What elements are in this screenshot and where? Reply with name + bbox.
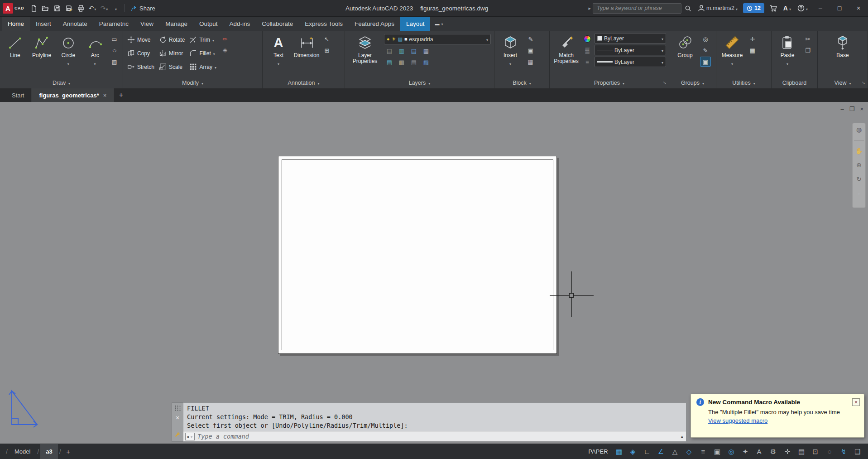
- file-tab-start[interactable]: Start: [5, 88, 32, 102]
- panel-label-modify[interactable]: Modify: [123, 77, 262, 88]
- selection-cycling-icon[interactable]: ▣: [710, 445, 724, 458]
- snap-mode-icon[interactable]: ◈: [626, 445, 640, 458]
- save-button[interactable]: [51, 2, 63, 14]
- quick-properties-icon[interactable]: ▤: [795, 445, 808, 458]
- array-tool[interactable]: Array: [188, 60, 218, 73]
- dropdown-caret-icon[interactable]: [94, 5, 96, 12]
- share-button[interactable]: Share: [127, 5, 159, 12]
- text-tool[interactable]: A Text: [265, 33, 292, 67]
- notification-close-icon[interactable]: ×: [852, 398, 860, 406]
- dimension-tool[interactable]: Dimension: [293, 33, 320, 58]
- command-window-grip[interactable]: ×: [172, 402, 183, 442]
- rotate-tool[interactable]: Rotate: [158, 33, 186, 46]
- layer-dropdown[interactable]: ●☀▤■ esquadria: [384, 34, 491, 44]
- id-point-icon[interactable]: ✛: [747, 34, 758, 44]
- layer-lock-icon[interactable]: ▦: [421, 46, 432, 56]
- rectangle-tool-icon[interactable]: ▭: [109, 34, 120, 44]
- new-layout-button[interactable]: +: [62, 444, 74, 459]
- autoscale-icon[interactable]: ✦: [739, 445, 752, 458]
- layer-match-icon[interactable]: ▥: [396, 57, 407, 67]
- orbit-icon[interactable]: ↻: [856, 175, 862, 183]
- undo-button[interactable]: ↶: [86, 2, 98, 14]
- chevron-right-icon[interactable]: ▸: [589, 5, 591, 11]
- tab-parametric[interactable]: Parametric: [93, 17, 134, 31]
- panel-label-utilities[interactable]: Utilities: [716, 77, 771, 88]
- layer-off-icon[interactable]: ▤: [384, 46, 395, 56]
- clean-screen-icon[interactable]: ❑: [851, 445, 864, 458]
- recent-commands-button[interactable]: ▸: [185, 433, 195, 440]
- leader-icon[interactable]: ↖: [321, 34, 332, 44]
- dropdown-caret-icon[interactable]: [786, 60, 788, 67]
- panel-label-properties[interactable]: Properties ↘: [550, 77, 669, 88]
- dropdown-caret-icon[interactable]: [212, 37, 214, 43]
- dropdown-caret-icon[interactable]: [213, 50, 215, 57]
- file-tab-drawing[interactable]: figuras_geometricas* ×: [32, 88, 114, 102]
- paste-button[interactable]: Paste: [774, 33, 801, 67]
- dropdown-caret-icon[interactable]: [215, 64, 216, 70]
- stretch-tool[interactable]: Stretch: [126, 60, 156, 73]
- dropdown-caret-icon[interactable]: [509, 60, 511, 67]
- polyline-tool[interactable]: Polyline: [29, 33, 54, 58]
- pan-icon[interactable]: ✋: [855, 147, 863, 155]
- list-icon[interactable]: ≡: [582, 57, 593, 67]
- layer-freeze-icon[interactable]: ▤: [408, 46, 419, 56]
- save-as-button[interactable]: [63, 2, 75, 14]
- group-selection-icon[interactable]: ▣: [700, 57, 711, 67]
- command-customize-icon[interactable]: [174, 431, 181, 439]
- help-button[interactable]: [794, 0, 811, 17]
- tab-layout[interactable]: Layout: [400, 17, 431, 31]
- dropdown-caret-icon[interactable]: [106, 5, 108, 12]
- circle-tool[interactable]: Circle: [56, 33, 81, 67]
- tab-express-tools[interactable]: Express Tools: [299, 17, 349, 31]
- polar-tracking-icon[interactable]: ∠: [654, 445, 668, 458]
- base-view-button[interactable]: Base: [830, 33, 856, 58]
- viewport-border[interactable]: [282, 159, 553, 350]
- account-menu[interactable]: m.martins2: [695, 0, 741, 17]
- line-tool[interactable]: Line: [3, 33, 28, 58]
- quick-access-customize-button[interactable]: [110, 2, 122, 14]
- trim-tool[interactable]: Trim: [188, 33, 218, 46]
- annotation-visibility-icon[interactable]: ◎: [724, 445, 738, 458]
- tab-output[interactable]: Output: [193, 17, 224, 31]
- tab-annotate[interactable]: Annotate: [57, 17, 93, 31]
- command-input[interactable]: [197, 433, 678, 440]
- tab-manage[interactable]: Manage: [159, 17, 193, 31]
- panel-label-view[interactable]: View ↘: [818, 77, 868, 88]
- tab-home[interactable]: Home: [2, 17, 30, 31]
- open-button[interactable]: [39, 2, 51, 14]
- new-drawing-button[interactable]: [28, 2, 39, 14]
- dropdown-caret-icon[interactable]: [67, 60, 69, 67]
- create-block-icon[interactable]: ▣: [525, 45, 536, 55]
- panel-dialog-launcher-icon[interactable]: ↘: [663, 80, 667, 85]
- redo-button[interactable]: ↷: [98, 2, 110, 14]
- tab-collaborate[interactable]: Collaborate: [256, 17, 299, 31]
- tab-insert[interactable]: Insert: [30, 17, 57, 31]
- block-editor-icon[interactable]: ▦: [525, 57, 536, 67]
- layout-tab-a3[interactable]: a3: [40, 444, 58, 459]
- isolate-objects-icon[interactable]: ◌: [823, 445, 836, 458]
- ribbon-options-button[interactable]: ▬: [430, 17, 447, 31]
- panel-label-layers[interactable]: Layers: [345, 77, 494, 88]
- fillet-tool[interactable]: Fillet: [188, 47, 218, 60]
- erase-icon[interactable]: ✏: [220, 34, 230, 44]
- copy-icon[interactable]: ❐: [802, 45, 813, 55]
- grid-icon[interactable]: ▦: [612, 445, 626, 458]
- command-close-icon[interactable]: ×: [176, 415, 179, 421]
- isodraft-icon[interactable]: △: [668, 445, 682, 458]
- view-suggested-macro-link[interactable]: View suggested macro: [708, 417, 767, 424]
- command-history-toggle[interactable]: ▴: [681, 434, 683, 440]
- copy-tool[interactable]: Copy: [126, 47, 156, 60]
- hatch-tool-icon[interactable]: ▨: [109, 57, 120, 67]
- plot-button[interactable]: [75, 2, 86, 14]
- quick-calculator-icon[interactable]: ▦: [747, 45, 758, 55]
- move-tool[interactable]: Move: [126, 33, 156, 46]
- panel-label-groups[interactable]: Groups: [669, 77, 716, 88]
- object-snap-icon[interactable]: ◇: [682, 445, 696, 458]
- panel-dialog-launcher-icon[interactable]: ↘: [862, 80, 865, 85]
- ungroup-icon[interactable]: ◎: [700, 34, 711, 44]
- search-button[interactable]: [681, 0, 695, 17]
- transparency-icon[interactable]: ▒: [582, 45, 593, 55]
- insert-block-button[interactable]: Insert: [497, 33, 523, 67]
- linetype-dropdown[interactable]: ByLayer: [595, 45, 666, 55]
- autodesk-apps-button[interactable]: A: [780, 0, 794, 17]
